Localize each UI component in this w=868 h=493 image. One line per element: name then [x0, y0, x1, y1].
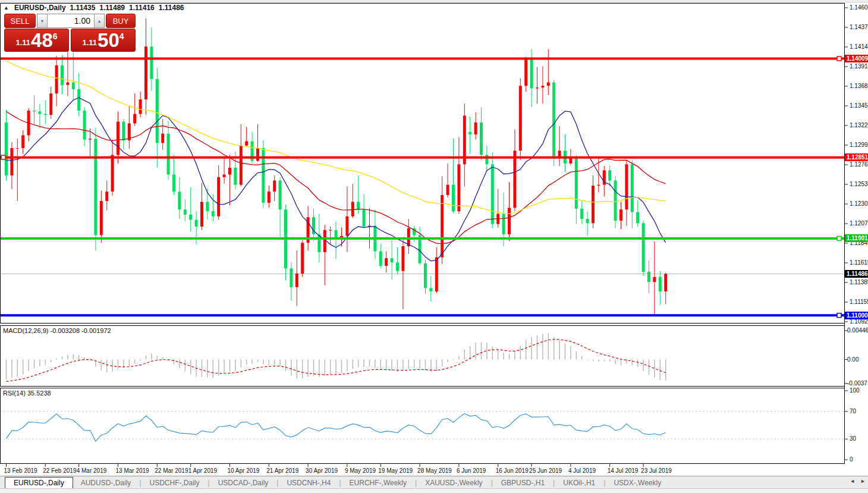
date-axis-tick: 13 Mar 2019 — [116, 467, 149, 474]
sell-price-pips: 48 — [31, 32, 53, 49]
chart-tab-ukoil-h1[interactable]: UKOil-,H1 — [555, 478, 603, 488]
quote-low: 1.11416 — [129, 4, 155, 12]
date-axis-tick: 19 May 2019 — [378, 467, 413, 474]
chart-tab-usdchf-daily[interactable]: USDCHF-,Daily — [142, 478, 207, 488]
date-axis-tick: 13 Feb 2019 — [4, 467, 37, 474]
date-axis-tick: 1 Apr 2019 — [188, 467, 217, 474]
buy-price-prefix: 1.11 — [82, 38, 97, 47]
one-click-trading-panel: SELL ▼ 1.00 ▲ BUY 1.11 48 6 1.11 50 4 — [4, 14, 136, 52]
date-axis-tick: 23 Jul 2019 — [641, 467, 672, 474]
chart-title: ▲ EURUSD-,Daily 1.11435 1.11489 1.11416 … — [4, 4, 184, 12]
price-axis-tick: 1.12075 — [850, 220, 868, 227]
chart-tab-usdcnh-h4[interactable]: USDCNH-,H4 — [279, 478, 338, 488]
resistance-line-badge: 1.14009 — [845, 55, 868, 62]
volume-decrease-button[interactable]: ▼ — [37, 14, 48, 27]
date-axis-tick: 28 May 2019 — [417, 467, 452, 474]
sell-price-prefix: 1.11 — [15, 38, 30, 47]
date-axis-tick: 30 Apr 2019 — [306, 467, 338, 474]
chart-symbol-timeframe: EURUSD-,Daily — [14, 4, 66, 12]
rsi-axis-tick: 0 — [850, 456, 853, 463]
rsi-indicator-label: RSI(14) 35.5238 — [3, 390, 51, 397]
tab-scroll-arrows: ◄ ► — [850, 478, 866, 484]
status-strip — [0, 488, 868, 493]
support-line-badge: 1.11000 — [845, 312, 868, 319]
tab-scroll-left-icon[interactable]: ◄ — [850, 478, 855, 484]
quote-close: 1.11486 — [159, 4, 184, 12]
date-axis-tick: 6 Jun 2019 — [457, 467, 486, 474]
date-axis-tick: 22 Mar 2019 — [155, 467, 188, 474]
date-axis-tick: 4 Mar 2019 — [77, 467, 107, 474]
chart-tab-xauusd-weekly[interactable]: XAUUSD-,Weekly — [417, 478, 490, 488]
price-axis-tick: 1.12305 — [850, 200, 868, 207]
price-axis-tick: 1.11615 — [850, 259, 868, 266]
rsi-axis-tick: 70 — [850, 408, 856, 415]
buy-button[interactable]: BUY — [106, 14, 136, 28]
buy-price-point: 4 — [119, 32, 124, 41]
price-axis-tick: 1.14145 — [850, 43, 868, 50]
chart-tab-usdx-weekly[interactable]: USDX-,Weekly — [606, 478, 669, 488]
price-axis-tick: 1.12765 — [850, 161, 868, 168]
price-axis-tick: 1.12535 — [850, 181, 868, 187]
volume-control: ▼ 1.00 ▲ — [37, 14, 105, 28]
chart-tab-bar: EURUSD-,DailyAUDUSD-,Daily|USDCHF-,Daily… — [0, 476, 868, 489]
tab-scroll-right-icon[interactable]: ► — [860, 478, 866, 484]
collapse-panel-icon[interactable]: ▲ — [4, 5, 9, 11]
sell-button[interactable]: SELL — [4, 14, 36, 28]
sell-price-display[interactable]: 1.11 48 6 — [4, 29, 69, 52]
price-axis-tick: 1.13455 — [850, 102, 868, 109]
chart-tab-audusd-daily[interactable]: AUDUSD-,Daily — [73, 478, 139, 488]
price-axis-tick: 1.13685 — [850, 83, 868, 89]
trading-terminal-window: ▲ EURUSD-,Daily 1.11435 1.11489 1.11416 … — [0, 0, 868, 493]
date-axis-tick: 10 Apr 2019 — [228, 467, 260, 474]
macd-axis-tick: -0.003715 — [847, 380, 868, 387]
date-axis-tick: 9 May 2019 — [345, 467, 376, 474]
price-axis-tick: 1.11385 — [850, 279, 868, 285]
price-axis-tick: 1.14375 — [850, 24, 868, 30]
macd-indicator-label: MACD(12,26,9) -0.003208 -0.001972 — [3, 327, 111, 334]
date-axis-tick: 25 Jun 2019 — [529, 467, 562, 474]
price-axis-tick: 1.13915 — [850, 63, 868, 70]
last-price-badge: 1.11486 — [845, 270, 868, 278]
date-axis-tick: 16 Jun 2019 — [496, 467, 529, 474]
volume-input[interactable]: 1.00 — [48, 14, 94, 27]
price-axis-tick: 1.11155 — [850, 299, 868, 305]
sell-price-point: 6 — [53, 32, 58, 41]
price-axis-tick: 1.12995 — [850, 142, 868, 148]
buy-price-pips: 50 — [98, 32, 119, 49]
support-line-badge: 1.11901 — [845, 234, 868, 242]
chart-tab-gbpusd-h1[interactable]: GBPUSD-,H1 — [493, 478, 552, 488]
date-axis-tick: 21 Apr 2019 — [266, 467, 298, 474]
chart-tab-usdcad-daily[interactable]: USDCAD-,Daily — [210, 478, 276, 488]
volume-increase-button[interactable]: ▲ — [94, 14, 104, 27]
chart-tab-eurchf-weekly[interactable]: EURCHF-,Weekly — [342, 478, 414, 488]
date-axis-tick: 4 Jul 2019 — [568, 467, 596, 474]
rsi-axis-tick: 30 — [850, 435, 856, 442]
chart-tab-eurusd-daily[interactable]: EURUSD-,Daily — [5, 477, 73, 489]
price-axis-tick: 1.13225 — [850, 122, 868, 128]
date-axis-tick: 14 Jul 2019 — [608, 467, 639, 474]
macd-axis-tick: 0.004465 — [847, 327, 868, 334]
buy-price-display[interactable]: 1.11 50 4 — [71, 29, 136, 52]
chart-tabs: EURUSD-,DailyAUDUSD-,Daily|USDCHF-,Daily… — [0, 477, 669, 489]
resistance-line-badge: 1.12851 — [845, 153, 868, 161]
quote-open: 1.11435 — [70, 4, 96, 12]
quote-high: 1.11489 — [99, 4, 125, 12]
macd-axis-tick: 0.00 — [847, 356, 858, 363]
date-axis-tick: 22 Feb 2019 — [43, 467, 76, 474]
price-axis-tick: 1.14605 — [850, 4, 868, 11]
chart-canvas — [0, 0, 868, 493]
rsi-axis-tick: 100 — [850, 387, 860, 394]
